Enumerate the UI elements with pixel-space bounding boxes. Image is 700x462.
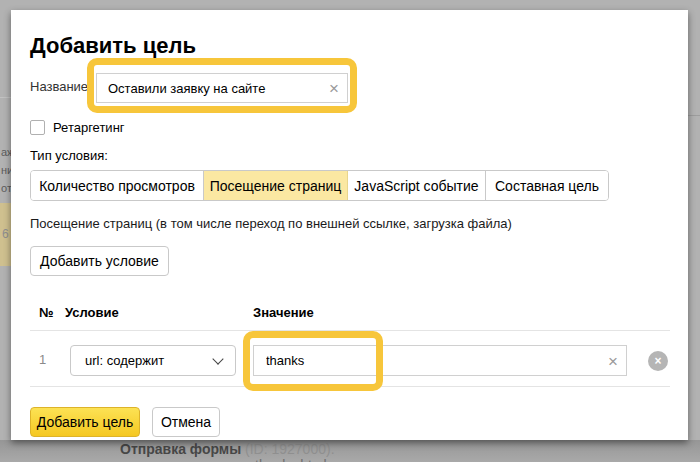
condition-type-tabs: Количество просмотров Посещение страниц … — [30, 170, 609, 201]
clear-value-icon[interactable]: × — [608, 352, 618, 369]
background-goal-id: (ID: 1927000). — [241, 441, 334, 457]
background-table-cell: 6 — [0, 203, 11, 266]
delete-row-button[interactable]: × — [648, 351, 668, 371]
column-header-number: № — [39, 305, 54, 320]
name-field-label: Название — [30, 79, 88, 94]
condition-operator-value: url: содержит — [85, 353, 164, 368]
background-cell-value: 6 — [2, 227, 9, 241]
cancel-button[interactable]: Отмена — [152, 407, 220, 437]
background-text-fragment: от — [1, 182, 11, 194]
row-number: 1 — [39, 352, 46, 367]
background-bottom-area: Отправка формы (ID: 1927000). thanks.htm… — [0, 440, 700, 462]
retargeting-label: Ретаргетинг — [53, 120, 125, 135]
table-divider-top — [30, 330, 670, 331]
clear-name-icon[interactable]: × — [329, 80, 339, 97]
table-divider-bottom — [30, 386, 670, 387]
background-divider — [688, 115, 700, 116]
add-condition-button[interactable]: Добавить условие — [30, 246, 169, 276]
condition-value-input-wrap: × — [253, 345, 627, 376]
background-goal-row: Отправка формы (ID: 1927000). — [120, 441, 335, 457]
goal-name-input[interactable] — [97, 74, 347, 102]
goal-name-input-wrap: × — [96, 73, 348, 103]
column-header-value: Значение — [253, 305, 314, 320]
screenshot-root: аж ни от 6 Отправка формы (ID: 1927000).… — [0, 0, 700, 462]
tab-page-visit[interactable]: Посещение страниц — [204, 171, 348, 200]
tab-pageview-count[interactable]: Количество просмотров — [31, 171, 204, 200]
background-text-fragment: ни — [1, 164, 11, 176]
tab-composite-goal[interactable]: Составная цель — [486, 171, 608, 200]
condition-value-input[interactable] — [254, 346, 626, 375]
background-text-fragment: аж — [1, 146, 11, 158]
background-left-strip: аж ни от 6 — [0, 0, 11, 462]
background-goal-condition: thanks.html — [255, 457, 327, 462]
background-goal-name: Отправка формы — [120, 441, 241, 457]
retargeting-checkbox[interactable] — [30, 120, 45, 135]
dialog-title: Добавить цель — [30, 33, 196, 59]
background-divider — [0, 97, 11, 98]
condition-type-label: Тип условия: — [30, 148, 108, 163]
tab-javascript-event[interactable]: JavaScript событие — [348, 171, 486, 200]
condition-operator-select[interactable]: url: содержит — [70, 345, 236, 376]
submit-add-goal-button[interactable]: Добавить цель — [30, 407, 140, 437]
add-goal-dialog: Добавить цель Название × Ретаргетинг Тип… — [11, 10, 688, 440]
column-header-condition: Условие — [65, 305, 119, 320]
tab-description: Посещение страниц (в том числе переход п… — [30, 216, 512, 231]
chevron-down-icon — [212, 353, 223, 364]
